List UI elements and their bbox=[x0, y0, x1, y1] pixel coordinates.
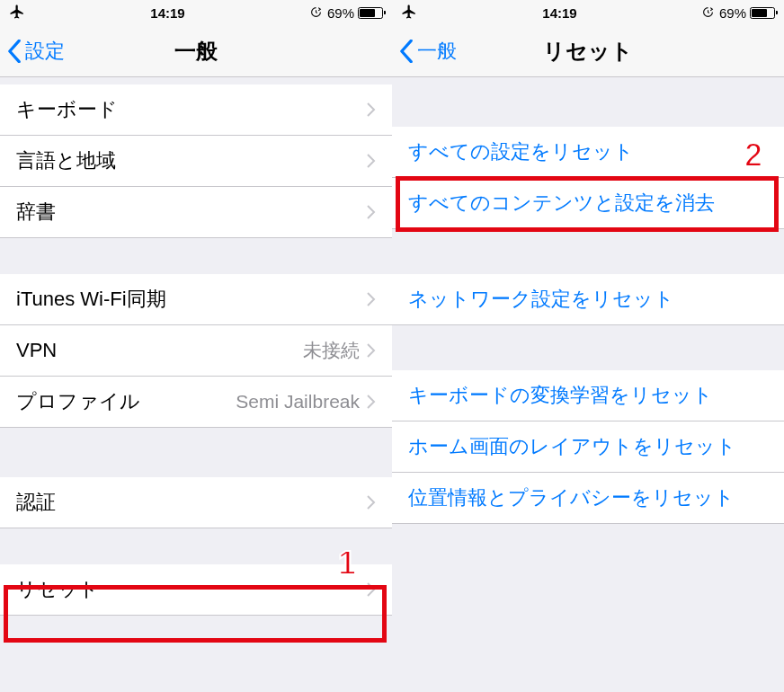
cell-label: リセット bbox=[16, 576, 367, 603]
cell-label: すべての設定をリセット bbox=[408, 138, 768, 165]
cell-label: 言語と地域 bbox=[16, 147, 367, 174]
cell-label: iTunes Wi-Fi同期 bbox=[16, 286, 367, 313]
nav-bar: 設定 一般 bbox=[0, 25, 392, 77]
cell-label: プロファイル bbox=[16, 388, 236, 415]
row-language-region[interactable]: 言語と地域 bbox=[0, 136, 392, 187]
cell-label: 辞書 bbox=[16, 199, 367, 226]
battery-indicator: 69% bbox=[719, 5, 775, 21]
back-label: 一般 bbox=[417, 38, 457, 65]
airplane-mode-icon bbox=[9, 4, 25, 22]
row-reset-network[interactable]: ネットワーク設定をリセット bbox=[392, 274, 784, 325]
cell-detail: Semi Jailbreak bbox=[236, 391, 360, 413]
status-bar: 14:19 69% bbox=[392, 0, 784, 25]
status-time: 14:19 bbox=[150, 5, 184, 21]
screen-reset: 14:19 69% 一般 リセット すべての設定をリセット すべてのコンテンツと… bbox=[392, 0, 784, 692]
cell-label: 位置情報とプライバシーをリセット bbox=[408, 484, 768, 511]
row-keyboard[interactable]: キーボード bbox=[0, 84, 392, 136]
chevron-right-icon bbox=[367, 495, 376, 510]
chevron-right-icon bbox=[367, 582, 376, 597]
row-profile[interactable]: プロファイル Semi Jailbreak bbox=[0, 377, 392, 428]
chevron-right-icon bbox=[367, 154, 376, 168]
battery-percent: 69% bbox=[719, 5, 746, 21]
chevron-right-icon bbox=[367, 343, 376, 358]
row-reset[interactable]: リセット bbox=[0, 564, 392, 616]
row-authentication[interactable]: 認証 bbox=[0, 477, 392, 528]
orientation-lock-icon bbox=[310, 5, 322, 21]
annotation-number-1: 1 bbox=[338, 545, 356, 582]
orientation-lock-icon bbox=[702, 5, 714, 21]
row-erase-all-content[interactable]: すべてのコンテンツと設定を消去 bbox=[392, 178, 784, 229]
row-vpn[interactable]: VPN 未接続 bbox=[0, 325, 392, 377]
cell-detail: 未接続 bbox=[303, 338, 360, 363]
cell-label: すべてのコンテンツと設定を消去 bbox=[408, 190, 768, 217]
cell-label: キーボードの変換学習をリセット bbox=[408, 382, 768, 409]
status-bar: 14:19 69% bbox=[0, 0, 392, 25]
row-reset-keyboard-dictionary[interactable]: キーボードの変換学習をリセット bbox=[392, 370, 784, 421]
cell-label: ホーム画面のレイアウトをリセット bbox=[408, 433, 768, 460]
screen-general: 14:19 69% 設定 一般 キーボード 言語と地域 辞書 bbox=[0, 0, 392, 692]
airplane-mode-icon bbox=[401, 4, 417, 22]
annotation-number-2: 2 bbox=[744, 137, 762, 174]
cell-label: VPN bbox=[16, 339, 303, 362]
row-dictionary[interactable]: 辞書 bbox=[0, 187, 392, 238]
back-button[interactable]: 一般 bbox=[399, 38, 457, 65]
battery-percent: 69% bbox=[327, 5, 354, 21]
cell-label: キーボード bbox=[16, 96, 367, 123]
cell-label: ネットワーク設定をリセット bbox=[408, 286, 768, 313]
chevron-right-icon bbox=[367, 102, 376, 117]
back-button[interactable]: 設定 bbox=[7, 38, 65, 65]
chevron-right-icon bbox=[367, 205, 376, 219]
chevron-right-icon bbox=[367, 292, 376, 306]
status-time: 14:19 bbox=[542, 5, 576, 21]
row-itunes-wifi-sync[interactable]: iTunes Wi-Fi同期 bbox=[0, 274, 392, 325]
chevron-right-icon bbox=[367, 395, 376, 409]
row-reset-location-privacy[interactable]: 位置情報とプライバシーをリセット bbox=[392, 473, 784, 524]
row-reset-all-settings[interactable]: すべての設定をリセット bbox=[392, 127, 784, 178]
battery-indicator: 69% bbox=[327, 5, 383, 21]
nav-bar: 一般 リセット bbox=[392, 25, 784, 77]
cell-label: 認証 bbox=[16, 489, 367, 516]
back-label: 設定 bbox=[25, 38, 65, 65]
row-reset-home-layout[interactable]: ホーム画面のレイアウトをリセット bbox=[392, 421, 784, 473]
